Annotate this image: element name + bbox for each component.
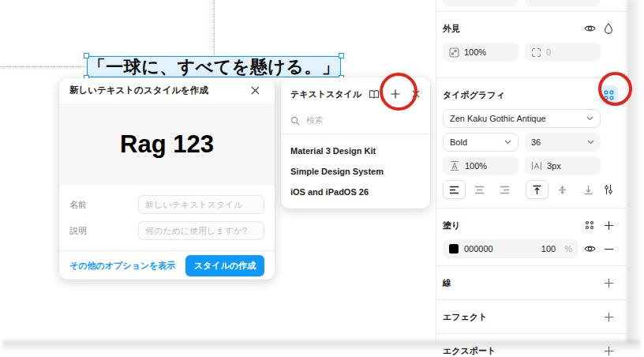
style-library-list: Material 3 Design Kit Simple Design Syst… <box>281 134 430 209</box>
window-shadow-right <box>627 0 642 343</box>
fill-opacity-value[interactable]: 100 <box>541 244 556 254</box>
figma-window: 「一球に、すべてを懸ける。」 新しいテキストのスタイルを作成 Rag 123 名… <box>0 0 644 357</box>
eye-icon[interactable] <box>580 19 599 38</box>
dialog-header: 新しいテキストのスタイルを作成 <box>59 78 275 103</box>
blend-mode-drop-icon[interactable] <box>599 19 618 38</box>
inspector-sidebar: 外見 100% 0 タイポ <box>436 0 627 340</box>
line-height-field[interactable]: 100% <box>443 156 519 175</box>
letter-spacing-field[interactable]: 3px <box>525 156 601 175</box>
close-icon[interactable] <box>245 81 264 100</box>
style-search-placeholder: 検索 <box>306 115 324 126</box>
dialog-footer: その他のオプションを表示 スタイルの作成 <box>59 250 275 280</box>
add-effect-plus-icon[interactable] <box>599 307 618 326</box>
corner-radius-value: 0 <box>546 47 551 57</box>
description-label: 説明 <box>69 225 138 237</box>
opacity-field[interactable]: 100% <box>443 43 519 62</box>
fill-opacity-unit: % <box>564 244 572 254</box>
window-shadow-bottom <box>2 340 640 352</box>
corner-radius-icon <box>531 47 541 58</box>
selection-handle-top-left[interactable] <box>84 53 89 58</box>
font-size-value: 36 <box>531 137 541 147</box>
style-name-input[interactable] <box>138 195 264 214</box>
fill-styles-icon[interactable] <box>580 216 599 235</box>
canvas-text[interactable]: 「一球に、すべてを懸ける。」 <box>88 55 340 79</box>
clipped-field <box>443 0 519 6</box>
line-height-value: 100% <box>465 161 487 171</box>
line-height-icon <box>449 160 460 171</box>
corner-radius-field[interactable]: 0 <box>525 43 601 62</box>
selected-text-layer[interactable]: 「一球に、すべてを懸ける。」 <box>87 56 341 77</box>
font-family-value: Zen Kaku Gothic Antique <box>450 114 546 123</box>
name-label: 名前 <box>69 199 138 211</box>
fill-title: 塗り <box>443 220 580 231</box>
close-panel-icon[interactable] <box>410 85 422 103</box>
add-fill-plus-icon[interactable] <box>599 216 618 235</box>
font-weight-select[interactable]: Bold <box>443 133 519 152</box>
align-right-icon[interactable] <box>493 180 516 199</box>
search-icon <box>290 116 300 126</box>
dialog-form: 名前 説明 <box>59 185 275 250</box>
font-family-select[interactable]: Zen Kaku Gothic Antique <box>443 109 601 128</box>
chevron-down-icon <box>504 140 511 145</box>
letter-spacing-value: 3px <box>547 161 561 171</box>
style-description-input[interactable] <box>138 221 264 240</box>
style-preview-text: Rag 123 <box>120 130 214 159</box>
list-item[interactable]: iOS and iPadOS 26 <box>290 182 421 202</box>
style-preview-area: Rag 123 <box>59 103 275 186</box>
letter-spacing-icon <box>531 160 542 171</box>
align-center-icon[interactable] <box>468 180 491 199</box>
text-styles-header: テキストスタイル <box>281 77 430 109</box>
add-stroke-plus-icon[interactable] <box>599 273 618 292</box>
font-size-select[interactable]: 36 <box>525 133 601 152</box>
add-style-plus-icon[interactable] <box>388 85 402 103</box>
create-style-button[interactable]: スタイルの作成 <box>185 255 264 276</box>
list-item[interactable]: Simple Design System <box>290 161 421 182</box>
effects-title: エフェクト <box>443 311 599 323</box>
alignment-controls <box>436 180 627 199</box>
text-styles-panel: テキストスタイル 検索 Material 3 D <box>281 77 430 209</box>
remove-fill-minus-icon[interactable] <box>599 239 618 258</box>
library-book-icon[interactable] <box>367 85 381 103</box>
type-settings-icon[interactable] <box>600 180 618 199</box>
align-left-icon[interactable] <box>443 180 466 199</box>
typography-section-header: タイポグラフィ <box>436 85 627 104</box>
appearance-title: 外見 <box>443 23 580 35</box>
opacity-icon <box>449 47 459 58</box>
text-styles-title: テキストスタイル <box>290 88 367 100</box>
align-middle-icon[interactable] <box>551 180 574 199</box>
typography-title: タイポグラフィ <box>443 89 599 101</box>
fill-visibility-eye-icon[interactable] <box>580 239 599 258</box>
stroke-section-header: 線 <box>436 271 627 295</box>
clipped-field <box>525 0 601 6</box>
dialog-title: 新しいテキストのスタイルを作成 <box>69 85 208 96</box>
text-styles-toggle-icon[interactable] <box>599 85 618 104</box>
vertical-guide-line <box>214 0 215 54</box>
create-text-style-dialog: 新しいテキストのスタイルを作成 Rag 123 名前 説明 その他のオ <box>59 78 275 280</box>
more-options-link[interactable]: その他のオプションを表示 <box>69 260 175 272</box>
app-window: 「一球に、すべてを懸ける。」 新しいテキストのスタイルを作成 Rag 123 名… <box>0 0 627 340</box>
fill-color-field[interactable]: 000000 100 % <box>443 239 578 258</box>
align-top-icon[interactable] <box>526 180 549 199</box>
effects-section-header: エフェクト <box>436 305 627 329</box>
style-search-row[interactable]: 検索 <box>281 109 430 134</box>
chevron-down-icon <box>586 116 593 121</box>
align-bottom-icon[interactable] <box>576 180 599 199</box>
stroke-title: 線 <box>443 277 599 289</box>
color-swatch[interactable] <box>449 244 459 254</box>
fill-hex-value: 000000 <box>464 244 493 254</box>
font-weight-value: Bold <box>450 137 467 147</box>
appearance-section-header: 外見 <box>436 19 627 38</box>
horizontal-guide-line <box>0 66 85 67</box>
opacity-value: 100% <box>464 47 486 57</box>
chevron-down-icon <box>587 140 594 145</box>
list-item[interactable]: Material 3 Design Kit <box>290 141 421 161</box>
fill-row: 000000 100 % <box>436 239 627 258</box>
fill-section-header: 塗り <box>436 216 627 235</box>
selection-handle-top-right[interactable] <box>339 53 344 58</box>
